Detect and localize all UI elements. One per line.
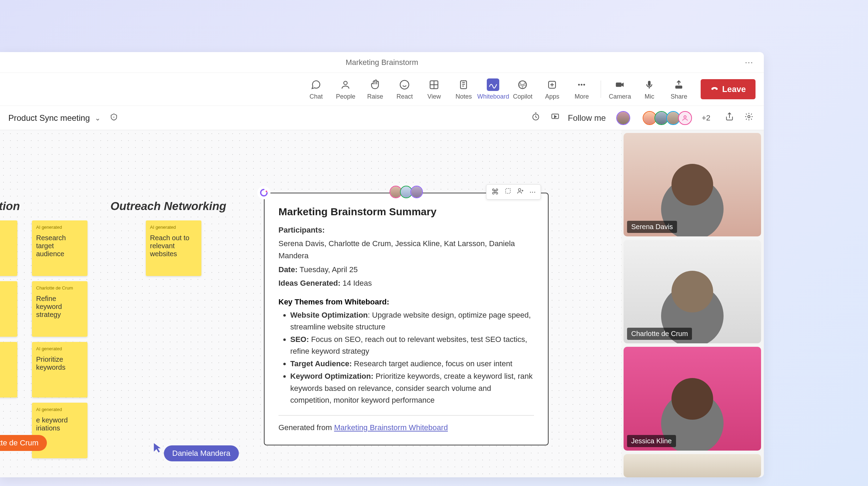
leave-label: Leave — [722, 84, 746, 94]
participant-avatar-group — [643, 111, 692, 125]
toolbar-label: Camera — [609, 93, 631, 100]
board-section-heading: Outreach Networking — [110, 200, 226, 213]
svg-point-8 — [583, 84, 585, 85]
svg-point-1 — [400, 80, 409, 89]
toolbar-label: Copilot — [513, 93, 532, 100]
notes-icon — [457, 78, 470, 91]
toolbar-more[interactable]: More — [567, 75, 596, 103]
sticky-text: on SEO — [0, 229, 13, 237]
toolbar-notes[interactable]: Notes — [449, 75, 478, 103]
grid-icon[interactable]: ⌘ — [491, 187, 499, 196]
board-section-heading: ecution — [0, 200, 20, 213]
theme-item: Keyword Optimization: Prioritize keyword… — [290, 370, 534, 406]
toolbar-label: People — [336, 93, 355, 100]
participant-name: Charlotte de Crum — [627, 328, 692, 340]
svg-rect-3 — [461, 81, 467, 89]
sticky-note[interactable]: AI generatedReach out to relevant websit… — [146, 220, 201, 276]
source-link[interactable]: Marketing Brainstorm Whiteboard — [334, 423, 448, 432]
gear-icon[interactable] — [742, 110, 756, 126]
svg-point-18 — [518, 188, 521, 191]
svg-rect-9 — [616, 82, 621, 87]
window-title: Marketing Brainstorm — [345, 58, 418, 67]
toolbar-label: Apps — [545, 93, 559, 100]
toolbar-people[interactable]: People — [331, 75, 360, 103]
sticky-note[interactable]: Charlotte de CrumRefine keyword strategy — [32, 281, 87, 337]
sticky-note[interactable]: aa rd list — [0, 281, 17, 337]
share-out-icon[interactable] — [723, 110, 736, 126]
user-cursor: Daniela Mandera — [153, 436, 239, 461]
theme-item: SEO: Focus on SEO, reach out to relevant… — [290, 334, 534, 357]
copilot-icon — [516, 78, 529, 91]
sticky-text: a rd list — [0, 295, 13, 311]
toolbar-apps[interactable]: Apps — [537, 75, 567, 103]
meeting-name: Product Sync meeting — [8, 113, 90, 123]
avatar[interactable] — [678, 111, 692, 125]
react-icon — [398, 78, 411, 91]
sticky-note[interactable]: AI generatedrds on nce — [0, 342, 17, 397]
sticky-note[interactable]: AI generatedPrioritize keywords — [32, 342, 87, 397]
card-toolbar: ⌘ ··· — [486, 184, 541, 200]
avatar-overflow-count[interactable]: +2 — [702, 114, 710, 123]
timer-icon[interactable] — [529, 110, 542, 126]
themes-heading: Key Themes from Whiteboard: — [278, 298, 534, 307]
summary-card[interactable]: ⌘ ··· Marketing Brainstorm Summary Parti… — [264, 193, 549, 445]
toolbar-view[interactable]: View — [419, 75, 449, 103]
video-tile[interactable]: Serena Davis — [624, 133, 761, 236]
more-icon[interactable]: ··· — [529, 187, 536, 196]
svg-point-6 — [578, 84, 580, 85]
sticky-note[interactable]: on SEO — [0, 220, 17, 276]
toolbar-chat[interactable]: Chat — [301, 75, 331, 103]
apps-icon — [546, 78, 558, 91]
toolbar-camera[interactable]: Camera — [605, 75, 635, 103]
video-tile[interactable]: Charlotte de Crum — [624, 240, 761, 343]
leave-button[interactable]: Leave — [701, 79, 756, 99]
toolbar-copilot[interactable]: Copilot — [508, 75, 537, 103]
cursor-label: Daniela Mandera — [164, 445, 239, 461]
sticky-note[interactable]: AI generatedResearch target audience — [32, 220, 87, 276]
video-pane: Serena Davis Charlotte de Crum Jessica K… — [621, 130, 764, 477]
main-toolbar: Chat People Raise React View — [0, 73, 764, 106]
present-icon[interactable] — [549, 110, 562, 126]
app-window: Marketing Brainstorm ··· Chat People Rai… — [0, 52, 764, 477]
sticky-text: rds on nce — [0, 355, 13, 379]
toolbar-raise[interactable]: Raise — [360, 75, 390, 103]
svg-point-14 — [684, 116, 686, 118]
titlebar-more-icon[interactable]: ··· — [745, 58, 753, 67]
toolbar-mic[interactable]: Mic — [635, 75, 664, 103]
toolbar-react[interactable]: React — [390, 75, 419, 103]
ideas-row: Ideas Generated: 14 Ideas — [278, 277, 534, 289]
view-icon — [428, 78, 440, 91]
video-tile[interactable] — [624, 454, 761, 477]
phone-down-icon — [710, 84, 719, 94]
follow-me-label[interactable]: Follow me — [568, 113, 606, 123]
card-avatars — [390, 186, 423, 198]
user-cursor: tte de Crum — [0, 425, 47, 451]
chevron-down-icon[interactable]: ⌄ — [95, 114, 101, 122]
participants-row: Participants: — [278, 224, 534, 236]
whiteboard-canvas[interactable]: ecution Outreach Networking on SEOAI gen… — [0, 130, 621, 477]
svg-point-7 — [581, 84, 583, 85]
svg-rect-10 — [648, 81, 651, 86]
sticky-tag: a — [0, 285, 13, 291]
lock-icon[interactable] — [110, 113, 118, 123]
chat-icon — [310, 78, 322, 91]
toolbar-whiteboard[interactable]: Whiteboard — [478, 75, 508, 103]
mic-icon — [643, 78, 656, 91]
avatar[interactable] — [410, 186, 423, 198]
cursor-label: tte de Crum — [0, 435, 47, 451]
toolbar-share[interactable]: Share — [664, 75, 694, 103]
summary-title: Marketing Brainstorm Summary — [278, 206, 534, 218]
main-area: ecution Outreach Networking on SEOAI gen… — [0, 130, 764, 477]
sticky-text: Prioritize keywords — [36, 355, 83, 371]
people-add-icon[interactable] — [517, 187, 524, 196]
people-icon — [339, 78, 352, 91]
avatar[interactable] — [616, 111, 630, 125]
presenter-avatar-group — [616, 111, 630, 125]
cursor-arrow-icon — [153, 442, 162, 455]
video-tile[interactable]: Jessica Kline — [624, 347, 761, 450]
crop-icon[interactable] — [504, 187, 511, 196]
toolbar-label: Raise — [367, 93, 383, 100]
svg-point-16 — [266, 191, 267, 192]
themes-list: Website Optimization: Upgrade website de… — [278, 309, 534, 406]
titlebar: Marketing Brainstorm ··· — [0, 52, 764, 73]
